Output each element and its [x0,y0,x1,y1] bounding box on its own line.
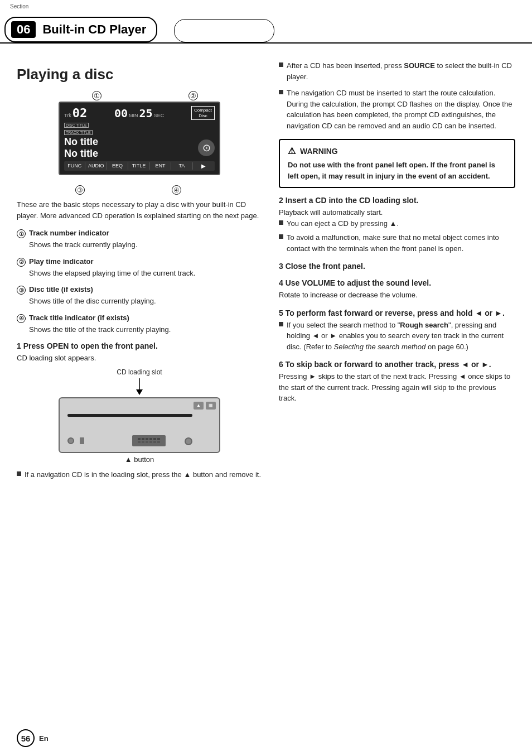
bottom-ent: ENT [150,162,171,170]
indicator-3-desc: Shows title of the disc currently playin… [29,296,262,307]
section-number: 06 [11,21,36,38]
step6-heading: 6 To skip back or forward to another tra… [279,360,515,369]
indicator-4-num: ④ [17,314,26,323]
left-knob [67,437,74,444]
callout-2: ② [188,91,198,100]
bottom-title: TITLE [128,162,149,170]
indicator-4-title: Track title indicator (if exists) [29,314,129,322]
page-body: Playing a disc ① ② Trk 02 [0,44,532,500]
right-bullet1: After a CD has been inserted, press SOUR… [279,60,515,82]
time-min-label: MIN [129,113,138,118]
page-lang: En [39,734,49,743]
cd-display-diagram: ① ② Trk 02 00 MIN 25 SEC [53,91,226,195]
bullet-sq-4 [279,234,283,239]
bullet-sq-3 [279,220,283,225]
warning-box: ⚠ WARNING Do not use with the front pane… [279,139,515,188]
warning-label: WARNING [300,147,338,156]
step2-heading: 2 Insert a CD into the CD loading slot. [279,196,515,205]
indicator-4: ④ Track title indicator (if exists) Show… [17,314,262,335]
cd-display: Trk 02 00 MIN 25 SEC Compact Disc [59,102,220,175]
bottom-eeq: EEQ [107,162,128,170]
step3-heading: 3 Close the front panel. [279,262,515,271]
slot-arrow-svg [128,378,151,395]
indicator-4-desc: Shows the title of the track currently p… [29,324,262,335]
right-bullet1-text: After a CD has been inserted, press SOUR… [287,60,515,82]
trk-label: Trk [64,113,71,118]
bottom-ta: TA [171,162,192,170]
step1-heading: 1 Press OPEN to open the front panel. [17,341,262,350]
step2-bullet1: You can eject a CD by pressing ▲. [279,218,515,229]
eject-btn-icon: ▲ [194,402,204,410]
left-column: Playing a disc ① ② Trk 02 [17,60,262,483]
callout-4: ④ [172,185,181,195]
indicator-1-num: ① [17,229,26,238]
display-grid [132,435,166,446]
step2-bullet2-text: To avoid a malfunction, make sure that n… [287,232,515,254]
right-column: After a CD has been inserted, press SOUR… [279,60,515,483]
indicator-2-desc: Shows the elapsed playing time of the cu… [29,268,262,279]
center-element [80,437,84,444]
time-display: 00 [114,107,128,120]
cd-icon: ⊙ [198,139,215,156]
page-number: 56 [17,729,35,747]
step1-body: CD loading slot appears. [17,353,262,364]
bullet-square [17,471,21,476]
cd-slit [67,414,192,417]
step2-bullet2: To avoid a malfunction, make sure that n… [279,232,515,254]
step4-body: Rotate to increase or decrease the volum… [279,290,515,301]
track-title-label: TRACK TITLE [64,130,93,135]
step6-body: Pressing ► skips to the start of the nex… [279,371,515,404]
right-bullet2-text: The navigation CD must be inserted to st… [287,88,515,131]
indicator-3: ③ Disc title (if exists) Shows title of … [17,285,262,307]
step2-body: Playback will automatically start. [279,207,515,218]
bullet-sq-1 [279,62,283,67]
indicator-1-desc: Shows the track currently playing. [29,239,262,251]
indicator-3-num: ③ [17,286,26,295]
step3: 3 Close the front panel. [279,262,515,271]
right-bullet2: The navigation CD must be inserted to st… [279,88,515,131]
time-sec: 25 [139,107,153,120]
page-title: Playing a disc [17,66,262,83]
bottom-audio: AUDIO [85,162,107,170]
eject-label: ▲ button [59,455,220,464]
track-title-text: No title [64,148,98,160]
section-box: 06 Built-in CD Player [4,17,157,42]
warning-triangle-icon: ⚠ [288,146,296,156]
step5-heading: 5 To perform fast forward or reverse, pr… [279,309,515,317]
section-label: Section [10,3,28,9]
step2-bullet1-text: You can eject a CD by pressing ▲. [287,218,399,229]
compact-disc-badge: Compact Disc [191,106,215,120]
bottom-func: FUNC [64,162,85,170]
step4: 4 Use VOLUME to adjust the sound level. … [279,278,515,301]
indicator-1: ① Track number indicator Shows the track… [17,229,262,251]
warning-text: Do not use with the front panel left ope… [288,160,506,181]
indicator-2-num: ② [17,258,26,267]
step5-body-text: If you select the search method to "Roug… [287,320,515,353]
description-text: These are the basic steps necessary to p… [17,199,262,221]
step4-heading: 4 Use VOLUME to adjust the sound level. [279,278,515,287]
page-footer: 56 En [17,729,49,747]
disc-title-label: DISC TITLE [64,123,89,128]
step1-bullet1: If a navigation CD is in the loading slo… [17,469,262,480]
cd-slot-label: CD loading slot [59,368,220,376]
right-knob [185,437,192,445]
bullet-sq-2 [279,90,283,94]
step6: 6 To skip back or forward to another tra… [279,360,515,404]
folder-btn-icon: ▦ [206,402,216,410]
cd-slot-diagram: CD loading slot ▲ ▦ [59,368,220,464]
step5: 5 To perform fast forward or reverse, pr… [279,309,515,353]
indicator-3-title: Disc title (if exists) [29,285,93,293]
trk-num: 02 [72,106,88,120]
indicator-1-title: Track number indicator [29,229,109,237]
cd-slot-box: ▲ ▦ [59,397,220,453]
bullet-sq-5 [279,322,283,326]
bottom-arrow: ▶ [193,162,215,170]
time-sec-label: SEC [154,113,165,118]
callout-1: ① [92,91,101,100]
header-right-box [174,19,274,42]
step5-bullet: If you select the search method to "Roug… [279,320,515,353]
disc-title-text: No title [64,136,98,148]
callout-3: ③ [75,185,85,195]
step2: 2 Insert a CD into the CD loading slot. … [279,196,515,254]
section-title: Built-in CD Player [42,22,146,37]
